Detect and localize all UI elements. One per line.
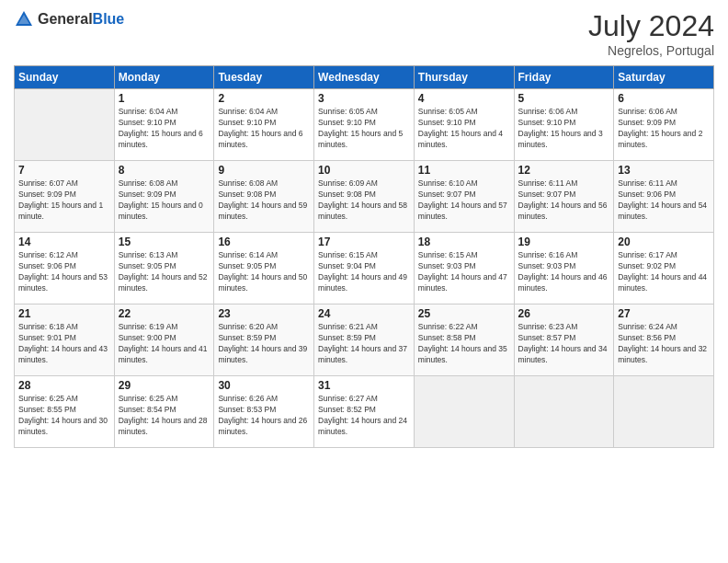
- day-cell: 2Sunrise: 6:04 AMSunset: 9:10 PMDaylight…: [214, 89, 314, 161]
- day-number: 31: [318, 379, 410, 392]
- calendar-container: General Blue July 2024 Negrelos, Portuga…: [0, 0, 728, 563]
- logo-text: General Blue: [38, 11, 124, 28]
- day-cell: 22Sunrise: 6:19 AMSunset: 9:00 PMDayligh…: [114, 304, 214, 376]
- day-cell: 7Sunrise: 6:07 AMSunset: 9:09 PMDaylight…: [15, 161, 115, 233]
- day-cell: [514, 376, 614, 448]
- day-info: Sunrise: 6:18 AMSunset: 9:01 PMDaylight:…: [18, 322, 110, 366]
- day-number: 3: [318, 92, 410, 105]
- day-cell: 27Sunrise: 6:24 AMSunset: 8:56 PMDayligh…: [614, 304, 714, 376]
- day-number: 5: [518, 92, 610, 105]
- day-number: 22: [119, 307, 210, 320]
- day-cell: [614, 376, 714, 448]
- day-info: Sunrise: 6:16 AMSunset: 9:03 PMDaylight:…: [518, 250, 610, 294]
- day-number: 2: [218, 92, 310, 105]
- day-cell: 14Sunrise: 6:12 AMSunset: 9:06 PMDayligh…: [15, 233, 115, 304]
- day-number: 19: [518, 236, 610, 248]
- day-number: 23: [218, 307, 310, 320]
- month-year: July 2024: [588, 9, 714, 43]
- day-cell: 21Sunrise: 6:18 AMSunset: 9:01 PMDayligh…: [15, 304, 115, 376]
- day-number: 20: [618, 236, 710, 248]
- day-info: Sunrise: 6:06 AMSunset: 9:10 PMDaylight:…: [518, 107, 610, 151]
- day-info: Sunrise: 6:13 AMSunset: 9:05 PMDaylight:…: [119, 250, 210, 294]
- day-number: 10: [318, 164, 410, 177]
- day-info: Sunrise: 6:11 AMSunset: 9:07 PMDaylight:…: [518, 178, 610, 223]
- day-cell: 13Sunrise: 6:11 AMSunset: 9:06 PMDayligh…: [614, 161, 714, 233]
- day-number: 9: [218, 164, 310, 177]
- day-number: 7: [18, 164, 110, 177]
- day-cell: [15, 89, 115, 161]
- day-info: Sunrise: 6:08 AMSunset: 9:08 PMDaylight:…: [218, 178, 310, 223]
- day-cell: 24Sunrise: 6:21 AMSunset: 8:59 PMDayligh…: [314, 304, 415, 376]
- col-saturday: Saturday: [614, 66, 714, 89]
- day-number: 12: [518, 164, 610, 177]
- day-cell: 15Sunrise: 6:13 AMSunset: 9:05 PMDayligh…: [114, 233, 214, 304]
- day-info: Sunrise: 6:05 AMSunset: 9:10 PMDaylight:…: [418, 107, 510, 151]
- day-number: 16: [218, 236, 310, 248]
- day-cell: 23Sunrise: 6:20 AMSunset: 8:59 PMDayligh…: [214, 304, 314, 376]
- day-info: Sunrise: 6:19 AMSunset: 9:00 PMDaylight:…: [119, 322, 210, 366]
- day-number: 24: [318, 307, 410, 320]
- day-info: Sunrise: 6:15 AMSunset: 9:04 PMDaylight:…: [318, 250, 410, 294]
- day-info: Sunrise: 6:21 AMSunset: 8:59 PMDaylight:…: [318, 322, 410, 366]
- col-thursday: Thursday: [414, 66, 514, 89]
- day-cell: 11Sunrise: 6:10 AMSunset: 9:07 PMDayligh…: [414, 161, 514, 233]
- day-cell: 25Sunrise: 6:22 AMSunset: 8:58 PMDayligh…: [414, 304, 514, 376]
- header: General Blue July 2024 Negrelos, Portuga…: [14, 9, 714, 58]
- header-row: Sunday Monday Tuesday Wednesday Thursday…: [15, 66, 714, 89]
- day-number: 27: [618, 307, 710, 320]
- day-cell: 28Sunrise: 6:25 AMSunset: 8:55 PMDayligh…: [15, 376, 115, 448]
- day-info: Sunrise: 6:11 AMSunset: 9:06 PMDaylight:…: [618, 178, 710, 223]
- day-info: Sunrise: 6:10 AMSunset: 9:07 PMDaylight:…: [418, 178, 510, 223]
- day-number: 29: [119, 379, 210, 392]
- day-info: Sunrise: 6:04 AMSunset: 9:10 PMDaylight:…: [218, 107, 310, 151]
- day-number: 25: [418, 307, 510, 320]
- day-number: 18: [418, 236, 510, 248]
- day-cell: 18Sunrise: 6:15 AMSunset: 9:03 PMDayligh…: [414, 233, 514, 304]
- day-cell: 29Sunrise: 6:25 AMSunset: 8:54 PMDayligh…: [114, 376, 214, 448]
- week-row: 1Sunrise: 6:04 AMSunset: 9:10 PMDaylight…: [15, 89, 714, 161]
- day-info: Sunrise: 6:23 AMSunset: 8:57 PMDaylight:…: [518, 322, 610, 366]
- day-number: 17: [318, 236, 410, 248]
- day-cell: 16Sunrise: 6:14 AMSunset: 9:05 PMDayligh…: [214, 233, 314, 304]
- day-cell: 3Sunrise: 6:05 AMSunset: 9:10 PMDaylight…: [314, 89, 415, 161]
- day-info: Sunrise: 6:20 AMSunset: 8:59 PMDaylight:…: [218, 322, 310, 366]
- day-cell: 10Sunrise: 6:09 AMSunset: 9:08 PMDayligh…: [314, 161, 415, 233]
- day-info: Sunrise: 6:25 AMSunset: 8:54 PMDaylight:…: [119, 394, 210, 438]
- day-info: Sunrise: 6:09 AMSunset: 9:08 PMDaylight:…: [318, 178, 410, 223]
- day-number: 30: [218, 379, 310, 392]
- day-cell: 8Sunrise: 6:08 AMSunset: 9:09 PMDaylight…: [114, 161, 214, 233]
- day-info: Sunrise: 6:06 AMSunset: 9:09 PMDaylight:…: [618, 107, 710, 151]
- logo-icon: [14, 9, 34, 29]
- day-info: Sunrise: 6:22 AMSunset: 8:58 PMDaylight:…: [418, 322, 510, 366]
- day-number: 4: [418, 92, 510, 105]
- day-cell: 5Sunrise: 6:06 AMSunset: 9:10 PMDaylight…: [514, 89, 614, 161]
- day-number: 21: [18, 307, 110, 320]
- logo-general: General: [38, 11, 93, 28]
- col-sunday: Sunday: [15, 66, 115, 89]
- col-tuesday: Tuesday: [214, 66, 314, 89]
- day-number: 14: [18, 236, 110, 248]
- logo-blue: Blue: [93, 11, 125, 28]
- week-row: 21Sunrise: 6:18 AMSunset: 9:01 PMDayligh…: [15, 304, 714, 376]
- day-info: Sunrise: 6:25 AMSunset: 8:55 PMDaylight:…: [18, 394, 110, 438]
- day-cell: [414, 376, 514, 448]
- day-number: 28: [18, 379, 110, 392]
- week-row: 28Sunrise: 6:25 AMSunset: 8:55 PMDayligh…: [15, 376, 714, 448]
- week-row: 7Sunrise: 6:07 AMSunset: 9:09 PMDaylight…: [15, 161, 714, 233]
- day-cell: 1Sunrise: 6:04 AMSunset: 9:10 PMDaylight…: [114, 89, 214, 161]
- day-info: Sunrise: 6:24 AMSunset: 8:56 PMDaylight:…: [618, 322, 710, 366]
- title-area: July 2024 Negrelos, Portugal: [588, 9, 714, 58]
- col-friday: Friday: [514, 66, 614, 89]
- day-info: Sunrise: 6:08 AMSunset: 9:09 PMDaylight:…: [119, 178, 210, 223]
- day-info: Sunrise: 6:17 AMSunset: 9:02 PMDaylight:…: [618, 250, 710, 294]
- location: Negrelos, Portugal: [588, 43, 714, 58]
- day-info: Sunrise: 6:04 AMSunset: 9:10 PMDaylight:…: [119, 107, 210, 151]
- week-row: 14Sunrise: 6:12 AMSunset: 9:06 PMDayligh…: [15, 233, 714, 304]
- day-number: 6: [618, 92, 710, 105]
- day-info: Sunrise: 6:14 AMSunset: 9:05 PMDaylight:…: [218, 250, 310, 294]
- day-number: 13: [618, 164, 710, 177]
- day-cell: 19Sunrise: 6:16 AMSunset: 9:03 PMDayligh…: [514, 233, 614, 304]
- day-number: 8: [119, 164, 210, 177]
- day-cell: 26Sunrise: 6:23 AMSunset: 8:57 PMDayligh…: [514, 304, 614, 376]
- day-cell: 12Sunrise: 6:11 AMSunset: 9:07 PMDayligh…: [514, 161, 614, 233]
